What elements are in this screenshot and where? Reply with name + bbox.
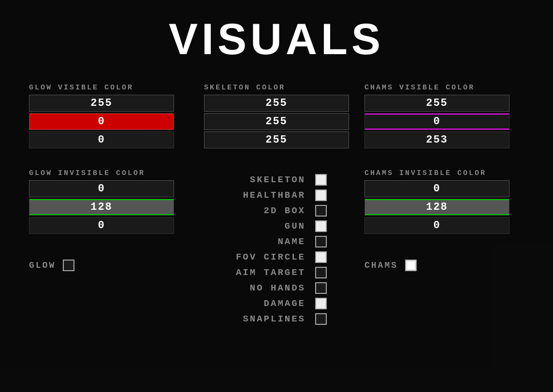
chams-invisible-g-value: 128 (426, 201, 448, 213)
feature-name: GUN (223, 221, 306, 232)
glow-visible-b-slider[interactable]: 0 (29, 131, 174, 148)
feature-checkbox[interactable] (315, 174, 327, 186)
chams-checkbox[interactable] (405, 260, 417, 271)
glow-toggle-label: GLOW (29, 261, 56, 270)
glow-visible-g-slider[interactable]: 0 (29, 113, 174, 130)
feature-checkbox[interactable] (315, 313, 327, 325)
glow-invisible-r-slider[interactable]: 0 (29, 180, 174, 197)
main-panel: VISUALS GLOW VISIBLE COLOR 255 0 0 (0, 0, 553, 392)
right-column: CHAMS VISIBLE COLOR 255 0 253 CHAMS INVI… (355, 79, 534, 271)
chams-invisible-section: CHAMS INVISIBLE COLOR 0 128 0 (364, 169, 534, 235)
skeleton-b-slider[interactable]: 255 (204, 131, 349, 148)
glow-visible-section: GLOW VISIBLE COLOR 255 0 0 (29, 84, 198, 150)
feature-name: AIM TARGET (223, 267, 306, 278)
glow-visible-r-slider[interactable]: 255 (29, 95, 174, 112)
chams-toggle-row: CHAMS (364, 260, 534, 271)
feature-row: AIM TARGET (223, 267, 330, 278)
feature-list: SKELETONHEALTHBAR2D BOXGUNNAMEFOV CIRCLE… (223, 174, 330, 325)
chams-invisible-r-value: 0 (433, 183, 440, 195)
page-title: VISUALS (169, 15, 384, 64)
feature-row: NAME (223, 236, 330, 247)
feature-checkbox[interactable] (315, 251, 327, 263)
chams-visible-section: CHAMS VISIBLE COLOR 255 0 253 (364, 84, 534, 150)
chams-invisible-b-value: 0 (433, 219, 440, 232)
feature-name: SKELETON (223, 174, 306, 185)
chams-visible-b-slider[interactable]: 253 (364, 131, 509, 148)
chams-invisible-label: CHAMS INVISIBLE COLOR (364, 169, 534, 177)
feature-checkbox[interactable] (315, 189, 327, 201)
glow-invisible-g-value: 128 (90, 201, 113, 213)
middle-column: SKELETON COLOR 255 255 255 SKELETONHEALT… (198, 79, 355, 325)
feature-checkbox[interactable] (315, 236, 327, 247)
glow-invisible-b-value: 0 (98, 219, 105, 232)
skeleton-r-slider[interactable]: 255 (204, 95, 349, 112)
feature-name: FOV CIRCLE (223, 252, 306, 262)
feature-row: GUN (223, 220, 330, 232)
skeleton-g-slider[interactable]: 255 (204, 113, 349, 130)
feature-row: DAMAGE (223, 298, 330, 309)
feature-name: HEALTHBAR (223, 190, 306, 201)
glow-visible-b-value: 0 (98, 134, 105, 146)
glow-invisible-g-slider[interactable]: 128 (29, 199, 174, 216)
chams-visible-r-value: 255 (426, 97, 448, 109)
skeleton-label: SKELETON COLOR (204, 84, 349, 92)
chams-toggle-label: CHAMS (364, 261, 398, 270)
feature-checkbox[interactable] (315, 267, 327, 278)
content-grid: GLOW VISIBLE COLOR 255 0 0 GLOW INVISIBL… (19, 79, 534, 325)
feature-checkbox[interactable] (315, 282, 327, 294)
feature-row: SKELETON (223, 174, 330, 186)
feature-checkbox[interactable] (315, 205, 327, 217)
glow-invisible-b-slider[interactable]: 0 (29, 217, 174, 234)
feature-row: NO HANDS (223, 282, 330, 294)
glow-visible-r-value: 255 (90, 97, 113, 109)
feature-row: FOV CIRCLE (223, 251, 330, 263)
skeleton-r-value: 255 (265, 97, 288, 109)
chams-invisible-r-slider[interactable]: 0 (364, 180, 509, 197)
feature-row: SNAPLINES (223, 313, 330, 325)
feature-row: 2D BOX (223, 205, 330, 217)
feature-name: SNAPLINES (223, 314, 306, 324)
glow-visible-label: GLOW VISIBLE COLOR (29, 84, 198, 92)
chams-invisible-b-slider[interactable]: 0 (364, 217, 509, 234)
chams-visible-g-slider[interactable]: 0 (364, 113, 509, 130)
chams-invisible-g-slider[interactable]: 128 (364, 199, 509, 216)
glow-invisible-label: GLOW INVISIBLE COLOR (29, 169, 198, 177)
chams-visible-r-slider[interactable]: 255 (364, 95, 509, 112)
chams-visible-g-value: 0 (433, 116, 440, 128)
feature-name: DAMAGE (223, 298, 306, 309)
glow-invisible-r-value: 0 (98, 183, 105, 195)
left-column: GLOW VISIBLE COLOR 255 0 0 GLOW INVISIBL… (19, 79, 198, 271)
feature-name: 2D BOX (223, 205, 306, 216)
feature-checkbox[interactable] (315, 220, 327, 232)
feature-row: HEALTHBAR (223, 189, 330, 201)
glow-invisible-section: GLOW INVISIBLE COLOR 0 128 0 (29, 169, 198, 235)
feature-name: NAME (223, 236, 306, 247)
chams-visible-b-value: 253 (426, 134, 448, 146)
feature-name: NO HANDS (223, 283, 306, 293)
feature-checkbox[interactable] (315, 298, 327, 309)
skeleton-g-value: 255 (265, 116, 288, 128)
glow-toggle-row: GLOW (29, 260, 198, 271)
glow-visible-g-value: 0 (98, 116, 105, 128)
chams-visible-label: CHAMS VISIBLE COLOR (364, 84, 534, 92)
glow-checkbox[interactable] (63, 260, 74, 271)
skeleton-b-value: 255 (265, 134, 288, 146)
skeleton-section: SKELETON COLOR 255 255 255 (204, 84, 349, 150)
